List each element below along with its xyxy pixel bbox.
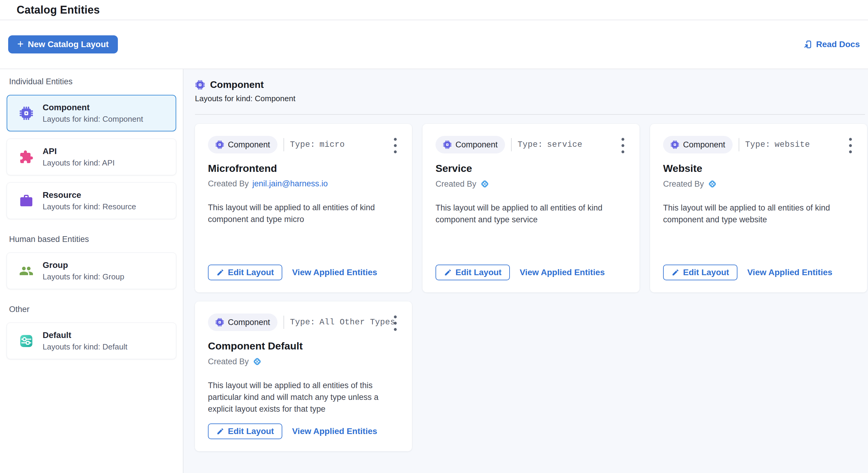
sidebar-item-group[interactable]: Group Layouts for kind: Group xyxy=(7,252,176,289)
created-by-link[interactable]: jenil.jain@harness.io xyxy=(252,179,328,189)
card-actions: Edit Layout View Applied Entities xyxy=(208,424,398,439)
sidebar-item-description: Layouts for kind: Resource xyxy=(42,202,136,211)
kind-badge-label: Component xyxy=(683,140,725,149)
doc-arrow-icon xyxy=(803,40,812,49)
type-text: Type:service xyxy=(518,140,582,149)
created-by-row: Created By xyxy=(663,179,854,189)
chip-icon xyxy=(215,140,224,149)
divider xyxy=(739,138,739,151)
card-actions: Edit Layout View Applied Entities xyxy=(663,265,854,280)
edit-layout-button[interactable]: Edit Layout xyxy=(208,265,282,280)
kebab-icon xyxy=(392,137,399,155)
edit-layout-button[interactable]: Edit Layout xyxy=(435,265,510,280)
sidebar-item-name: API xyxy=(42,146,115,156)
bag-icon xyxy=(19,194,34,208)
pencil-icon xyxy=(444,269,452,276)
section-label-human-based-entities: Human based Entities xyxy=(9,235,174,244)
chip-icon xyxy=(19,106,34,121)
card-top: Component Type:All Other Types xyxy=(208,313,398,331)
puzzle-icon xyxy=(19,150,34,164)
kind-badge-label: Component xyxy=(228,140,270,149)
sidebar-item-description: Layouts for kind: Component xyxy=(42,114,143,124)
kebab-icon xyxy=(619,137,627,155)
content: Individual Entities Component Layout xyxy=(0,69,868,473)
card-title: Website xyxy=(663,163,854,174)
kind-badge-label: Component xyxy=(456,140,498,149)
sidebar-item-component[interactable]: Component Layouts for kind: Component xyxy=(7,95,176,131)
section-label-other: Other xyxy=(9,305,174,314)
kind-badge-label: Component xyxy=(228,318,270,327)
page-title: Catalog Entities xyxy=(17,4,100,16)
pencil-icon xyxy=(672,269,679,276)
card-menu-button[interactable] xyxy=(845,135,856,157)
sidebar-item-name: Default xyxy=(42,331,127,340)
divider xyxy=(283,316,284,329)
kebab-icon xyxy=(392,314,399,332)
card-actions: Edit Layout View Applied Entities xyxy=(208,265,398,280)
card-description: This layout will be applied to all entit… xyxy=(435,202,626,226)
toolbar: + New Catalog Layout Read Docs xyxy=(0,20,868,69)
card-top: Component Type:service xyxy=(435,136,626,154)
sidebar-item-description: Layouts for kind: Default xyxy=(42,342,127,351)
card-menu-button[interactable] xyxy=(390,135,401,157)
sidebar-item-name: Group xyxy=(42,260,124,270)
layout-card-website: Component Type:website Website Created B… xyxy=(650,124,867,292)
card-menu-button[interactable] xyxy=(390,312,401,335)
card-title: Microfrontend xyxy=(208,163,398,174)
layout-card-service: Component Type:service Service Created B… xyxy=(423,124,640,292)
view-applied-entities-link[interactable]: View Applied Entities xyxy=(747,268,832,277)
card-description: This layout will be applied to all entit… xyxy=(663,202,854,226)
header-divider xyxy=(195,114,865,115)
main-panel: Component Layouts for kind: Component Co… xyxy=(183,69,868,473)
card-description: This layout will be applied to all entit… xyxy=(208,202,398,225)
harness-logo-icon xyxy=(708,179,717,189)
chip-icon xyxy=(195,80,205,90)
chip-icon xyxy=(443,140,452,149)
sidebar-item-name: Resource xyxy=(42,190,136,200)
pencil-icon xyxy=(216,269,224,276)
sidebar-item-name: Component xyxy=(42,103,143,112)
sidebar-item-api[interactable]: API Layouts for kind: API xyxy=(7,139,176,175)
card-title: Service xyxy=(435,163,626,174)
main-title: Component xyxy=(210,79,264,90)
catalog-entities-page: Catalog Entities + New Catalog Layout Re… xyxy=(0,0,868,473)
card-title: Component Default xyxy=(208,340,398,352)
kebab-icon xyxy=(846,137,855,155)
view-applied-entities-link[interactable]: View Applied Entities xyxy=(292,427,377,436)
people-icon xyxy=(19,264,34,278)
created-by-label: Created By xyxy=(208,179,249,189)
layout-card-microfrontend: Component Type:micro Microfrontend Creat… xyxy=(195,124,412,292)
main-subtitle: Layouts for kind: Component xyxy=(195,94,866,103)
new-catalog-layout-button[interactable]: + New Catalog Layout xyxy=(8,35,118,54)
card-menu-button[interactable] xyxy=(617,135,629,157)
sidebar-item-description: Layouts for kind: Group xyxy=(42,272,124,281)
harness-logo-icon xyxy=(480,179,490,189)
created-by-label: Created By xyxy=(663,179,704,189)
card-top: Component Type:website xyxy=(663,136,854,154)
card-actions: Edit Layout View Applied Entities xyxy=(435,265,626,280)
kind-badge: Component xyxy=(208,313,277,331)
card-description: This layout will be applied to all entit… xyxy=(208,380,398,415)
type-text: Type:micro xyxy=(290,140,345,149)
sidebar-item-default[interactable]: Default Layouts for kind: Default xyxy=(7,323,176,359)
edit-layout-button[interactable]: Edit Layout xyxy=(208,424,282,439)
page-header: Catalog Entities xyxy=(0,0,868,20)
sidebar-item-description: Layouts for kind: API xyxy=(42,158,115,168)
sidebar: Individual Entities Component Layout xyxy=(0,69,183,473)
created-by-label: Created By xyxy=(435,179,476,189)
view-applied-entities-link[interactable]: View Applied Entities xyxy=(292,268,377,277)
sliders-icon xyxy=(19,334,34,348)
created-by-label: Created By xyxy=(208,357,249,366)
view-applied-entities-link[interactable]: View Applied Entities xyxy=(520,268,605,277)
main-header: Component xyxy=(195,79,866,90)
kind-badge: Component xyxy=(435,136,505,154)
created-by-row: Created By xyxy=(435,179,626,189)
read-docs-link[interactable]: Read Docs xyxy=(803,40,860,49)
layout-cards-grid: Component Type:micro Microfrontend Creat… xyxy=(195,124,866,451)
harness-logo-icon xyxy=(252,357,262,366)
kind-badge: Component xyxy=(663,136,733,154)
pencil-icon xyxy=(216,428,224,435)
sidebar-item-resource[interactable]: Resource Layouts for kind: Resource xyxy=(7,182,176,219)
divider xyxy=(511,138,512,151)
edit-layout-button[interactable]: Edit Layout xyxy=(663,265,738,280)
